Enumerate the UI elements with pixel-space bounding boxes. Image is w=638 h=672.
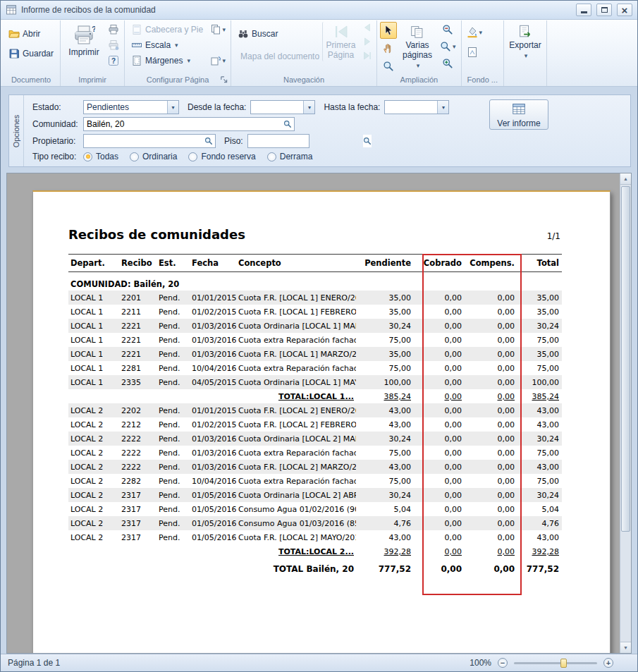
ribbon-group-configurar-pagina: Cabecera y Pie ▾ Escala (125, 20, 231, 86)
piso-search-button[interactable] (363, 135, 372, 147)
report-row-data: LOCAL 22212Pend.01/02/2015Cuota F.R. [LO… (68, 417, 562, 432)
cabecera-pie-button[interactable]: Cabecera y Pie (128, 22, 207, 37)
close-icon: × (622, 5, 628, 16)
column-header: Recibo (119, 255, 157, 272)
propietario-input[interactable] (84, 135, 202, 147)
zoom-tool-button[interactable] (380, 59, 397, 74)
group-caption-navegacion: Navegación (234, 74, 374, 86)
radio-ordinaria[interactable]: Ordinaria (130, 152, 177, 161)
guardar-button[interactable]: Guardar (5, 46, 57, 61)
fill-color-icon (467, 27, 478, 38)
zoom-controls: 100% − + (470, 658, 613, 668)
cabecera-pie-label: Cabecera y Pie (145, 25, 203, 35)
zoom-out-button[interactable] (438, 22, 458, 37)
radio-todas[interactable]: Todas (83, 152, 118, 161)
copy-page-icon (210, 24, 221, 35)
chevron-down-icon[interactable]: ▾ (167, 101, 178, 114)
exportar-button[interactable]: Exportar ▾ (507, 22, 544, 60)
report-row-data: LOCAL 22202Pend.01/01/2015Cuota F.R. [LO… (68, 403, 562, 417)
report-row-data: LOCAL 22317Pend.01/05/2016Consumo Agua 0… (68, 502, 562, 516)
scrollbar-thumb[interactable] (621, 186, 630, 532)
pointer-tool-button[interactable] (380, 22, 397, 39)
zoom-icon (440, 41, 451, 52)
minimize-button[interactable] (576, 4, 591, 16)
report-icon (511, 102, 527, 117)
ribbon-group-fondo: ▾ Fondo ... (462, 20, 504, 86)
abrir-button[interactable]: Abrir (5, 26, 44, 42)
comunidad-search-button[interactable] (281, 118, 294, 130)
print-options-button[interactable] (106, 37, 121, 53)
mapa-documento-button[interactable]: Mapa del documento (234, 49, 320, 64)
preview-area: Recibos de comunidades 1/1 Depart. Recib… (6, 173, 632, 654)
zoom-slider-thumb[interactable] (560, 659, 567, 668)
search-icon (363, 137, 372, 145)
primera-pagina-button[interactable]: Primera Página (322, 22, 359, 61)
quick-print-button[interactable] (106, 22, 121, 37)
next-page-button[interactable] (361, 36, 374, 47)
report-row-data: LOCAL 12281Pend.10/04/2016Cuota extra Re… (68, 361, 562, 375)
zoom-in-button[interactable] (438, 56, 458, 71)
escala-button[interactable]: Escala ▾ (128, 37, 182, 53)
radio-derrama[interactable]: Derrama (267, 152, 313, 161)
report-row-grandtotal: TOTAL Bailén, 20777,520,000,00777,52 (68, 558, 562, 575)
printer-icon: ? (73, 24, 95, 47)
watermark-button[interactable] (465, 44, 480, 60)
group-caption-exportar (507, 74, 544, 86)
column-header: Depart. (68, 255, 119, 272)
group-caption-fondo: Fondo ... (465, 74, 501, 86)
vertical-scrollbar[interactable]: ▲ ▼ (620, 173, 631, 653)
report-row-data: LOCAL 12221Pend.01/03/2016Cuota F.R. [LO… (68, 347, 562, 361)
zoom-dropdown-button[interactable]: ▾ (438, 39, 458, 54)
estado-dropdown[interactable]: Pendientes ▾ (83, 100, 179, 114)
statusbar: Página 1 de 1 100% − + (1, 654, 637, 671)
zoom-in-icon (442, 58, 453, 69)
propietario-search-button[interactable] (202, 135, 215, 147)
piso-input[interactable] (248, 135, 363, 147)
scroll-up-icon[interactable]: ▲ (620, 173, 631, 185)
scroll-down-icon[interactable]: ▼ (620, 642, 631, 653)
buscar-button[interactable]: Buscar (234, 26, 320, 42)
page-status: Página 1 de 1 (8, 658, 60, 668)
hasta-fecha-dropdown[interactable]: ▾ (384, 100, 449, 114)
escala-label: Escala (145, 40, 171, 50)
dialog-launcher-icon[interactable] (220, 75, 228, 84)
close-button[interactable]: × (617, 4, 632, 16)
options-tab[interactable]: Opciones (9, 95, 24, 166)
search-icon (283, 120, 292, 128)
margenes-button[interactable]: Márgenes ▾ (128, 53, 194, 68)
watermark-icon (467, 47, 478, 58)
report-header-row: Depart. Recibo Est. Fecha Concepto Pendi… (68, 255, 562, 272)
radio-icon (130, 152, 139, 161)
zoom-slider[interactable] (514, 662, 597, 664)
fill-color-button[interactable]: ▾ (465, 25, 485, 40)
maximize-button[interactable] (596, 4, 612, 16)
export-icon (517, 24, 533, 39)
binoculars-icon (238, 28, 249, 39)
last-page-button[interactable] (361, 50, 374, 61)
zoom-in-button[interactable]: + (603, 658, 613, 668)
desde-fecha-dropdown[interactable]: ▾ (250, 100, 315, 114)
chevron-down-icon: ▾ (417, 62, 420, 69)
help-button[interactable]: ? (106, 53, 121, 68)
previous-page-button[interactable] (361, 22, 374, 33)
orientation-dropdown-button[interactable]: ▾ (208, 53, 228, 68)
comunidad-input[interactable] (84, 118, 281, 130)
report-table: Depart. Recibo Est. Fecha Concepto Pendi… (68, 254, 562, 575)
varias-paginas-button[interactable]: Varias páginas ▾ (398, 22, 436, 70)
zoom-level: 100% (470, 658, 491, 668)
column-header: Est. (157, 255, 190, 272)
copy-page-dropdown-button[interactable]: ▾ (208, 22, 228, 37)
chevron-down-icon[interactable]: ▾ (437, 101, 448, 114)
previous-page-icon (363, 23, 372, 32)
imprimir-button[interactable]: ? Imprimir (63, 22, 104, 59)
radio-fondo-reserva[interactable]: Fondo reserva (188, 152, 255, 161)
pointer-icon (383, 25, 394, 36)
zoom-out-button[interactable]: − (498, 658, 508, 668)
desde-fecha-label: Desde la fecha: (188, 102, 246, 112)
ver-informe-button[interactable]: Ver informe (489, 99, 548, 130)
chevron-down-icon[interactable]: ▾ (303, 101, 314, 114)
desde-fecha-value (251, 101, 303, 114)
hand-icon (383, 43, 394, 54)
hand-tool-button[interactable] (380, 41, 397, 56)
radio-icon (267, 152, 276, 161)
